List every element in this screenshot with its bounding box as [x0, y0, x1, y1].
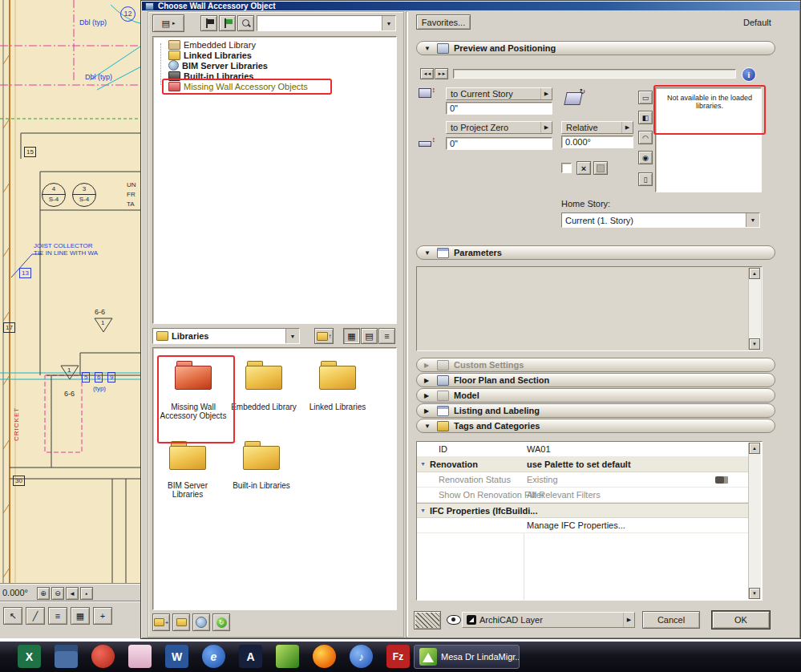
mirror-x-button[interactable]: × [576, 161, 591, 175]
to-project-zero-popup[interactable]: to Project Zero ▶ [446, 121, 552, 134]
tags-scrollbar[interactable]: ▲ ▼ [748, 443, 761, 599]
relative-angle-popup[interactable]: Relative ▶ [561, 121, 633, 134]
excel-icon[interactable]: X [18, 645, 41, 668]
calculator-icon[interactable] [55, 645, 78, 668]
details-view-button[interactable]: ▤ [361, 328, 378, 344]
preview-2d-symbol-button[interactable]: ▭ [638, 91, 653, 104]
chevron-down-icon[interactable]: ▼ [382, 16, 395, 30]
tree-item-missing-wall-accessory-objects[interactable]: Missing Wall Accessory Objects [155, 81, 394, 91]
par-scrollbar[interactable]: ▲ ▼ [748, 268, 761, 350]
zoom-in-button[interactable]: ⊕ [37, 587, 50, 600]
section-model[interactable]: ▶ Model [416, 388, 775, 403]
dashed-tool-icon[interactable]: ≡ [48, 607, 67, 625]
scroll-up-icon[interactable]: ▲ [749, 443, 760, 454]
table-row-manage-ifc-properties[interactable]: Manage IFC Properties... [417, 518, 750, 533]
expand-triangle-icon[interactable]: ▶ [424, 407, 432, 415]
itunes-icon[interactable]: ♪ [350, 645, 373, 668]
bim-server-button[interactable] [192, 613, 210, 631]
cursor-tool-icon[interactable]: ↖ [3, 607, 22, 625]
expand-triangle-icon[interactable]: ▶ [424, 377, 432, 384]
word-icon[interactable]: W [165, 645, 188, 668]
tree-item-bim-server-libraries[interactable]: BIM Server Libraries [155, 60, 394, 71]
collapse-triangle-icon[interactable]: ▼ [424, 423, 432, 430]
line-tool-icon[interactable]: ╱ [26, 607, 45, 625]
quick-layers-button[interactable] [414, 611, 441, 629]
preview-3d-view-button[interactable]: ◉ [638, 151, 653, 164]
story-offset-input[interactable]: 0" [446, 102, 552, 115]
search-button[interactable] [237, 15, 254, 31]
section-tags-and-categories[interactable]: ▼ Tags and Categories [416, 419, 775, 433]
messenger-icon[interactable] [128, 645, 152, 668]
expand-triangle-icon[interactable]: ▶ [424, 392, 432, 399]
to-current-story-popup[interactable]: to Current Story ▶ [446, 87, 552, 100]
autocad-icon[interactable]: A [239, 645, 262, 668]
black-flag-button[interactable] [200, 15, 217, 31]
favorites-button[interactable]: Favorites... [416, 14, 471, 30]
table-row-id[interactable]: IDWA01 [417, 442, 750, 457]
embedded-library-folder-icon[interactable] [245, 361, 282, 390]
tree-item-linked-libraries[interactable]: Linked Libraries [155, 50, 394, 60]
pan-left-button[interactable]: ◄ [66, 587, 79, 600]
table-row-ifc-properties[interactable]: ▼ IFC Properties (IfcBuildi... [417, 503, 750, 518]
list-view-button[interactable]: ≡ [378, 328, 395, 344]
firefox-icon[interactable] [313, 645, 336, 668]
built-in-libraries-folder-icon[interactable] [243, 441, 280, 470]
preview-prev-button[interactable]: ◄◄ [420, 68, 434, 79]
tree-item-embedded-library[interactable]: Embedded Library [155, 39, 394, 50]
filezilla-icon[interactable]: Fz [386, 645, 410, 668]
scroll-handle-button[interactable]: ▪ [80, 587, 93, 600]
table-row-show-on-renovation-filter[interactable]: Show On Renovation FilterAll Relevant Fi… [417, 488, 750, 503]
info-button[interactable]: i [742, 67, 756, 82]
scroll-up-icon[interactable]: ▲ [749, 268, 760, 279]
cad-drawing-area[interactable]: 12 Dbl (typ) Dbl (typ) 15 4S-4 3S-4 UN F… [0, 0, 160, 638]
view-filter-combobox[interactable]: Libraries ▼ [152, 328, 300, 344]
preview-section-view-button[interactable]: ◠ [638, 131, 653, 144]
section-listing-and-labeling[interactable]: ▶ Listing and Labeling [416, 403, 775, 418]
internet-explorer-icon[interactable]: e [202, 645, 225, 668]
mirror-checkbox[interactable] [561, 163, 572, 173]
search-combobox[interactable]: ▼ [257, 15, 396, 31]
large-icons-view-button[interactable]: ▦ [343, 328, 360, 344]
bim-server-libraries-folder-icon[interactable] [169, 441, 206, 470]
layer-selector[interactable]: ArchiCAD Layer ▶ [462, 612, 635, 628]
reload-libraries-button[interactable]: ↻ [212, 613, 230, 631]
scroll-down-icon[interactable]: ▼ [749, 338, 760, 350]
dialog-titlebar[interactable]: Choose Wall Accessory Object [142, 2, 799, 10]
preview-next-button[interactable]: ►► [435, 68, 448, 79]
archicad-icon[interactable] [276, 645, 299, 668]
preview-front-view-button[interactable]: ◧ [638, 111, 653, 124]
tree-view-mode-button[interactable]: ▤ ▸ [152, 14, 184, 32]
folder-browser[interactable]: Missing Wall Accessory Objects Embedded … [152, 347, 397, 610]
table-row-renovation-status[interactable]: Renovation StatusExisting [417, 472, 750, 488]
folder-up-button[interactable]: ↑ [314, 328, 334, 344]
scroll-down-icon[interactable]: ▼ [749, 588, 760, 599]
ok-button[interactable]: OK [712, 611, 770, 629]
green-flag-button[interactable] [219, 15, 236, 31]
add-library-button[interactable]: + [152, 613, 170, 631]
home-story-combobox[interactable]: Current (1. Story) ▼ [561, 213, 760, 228]
cancel-button[interactable]: Cancel [642, 611, 700, 629]
preview-slider-track[interactable] [453, 69, 736, 79]
zoom-out-button[interactable]: ⊖ [51, 587, 64, 600]
collapse-triangle-icon[interactable]: ▼ [424, 45, 432, 52]
media-player-icon[interactable] [91, 645, 115, 668]
section-preview-and-positioning[interactable]: ▼ Preview and Positioning [416, 41, 775, 55]
project-zero-offset-input[interactable]: 0" [446, 137, 552, 150]
grid-tool-icon[interactable]: ▦ [71, 607, 90, 625]
section-floor-plan-and-section[interactable]: ▶ Floor Plan and Section [416, 373, 775, 387]
eye-icon[interactable] [447, 615, 461, 625]
table-row-renovation[interactable]: ▼ Renovationuse Palette to set default [417, 457, 750, 472]
preview-axonometry-button[interactable]: ▯ [638, 172, 653, 186]
missing-wall-accessory-objects-folder-icon[interactable] [175, 361, 212, 390]
crosshair-tool-icon[interactable]: + [93, 607, 112, 625]
angle-input[interactable]: 0.000° [561, 136, 633, 148]
linked-libraries-folder-icon[interactable] [319, 361, 356, 390]
taskbar-window-button[interactable]: Mesa Dr LindaMigr... [414, 645, 520, 669]
library-tree[interactable]: Embedded Library Linked Libraries BIM Se… [152, 36, 397, 324]
link-library-button[interactable] [172, 613, 190, 631]
tags-table[interactable]: IDWA01 ▼ Renovationuse Palette to set de… [416, 441, 763, 601]
section-parameters[interactable]: ▼ Parameters [416, 245, 775, 260]
tree-item-built-in-libraries[interactable]: Built-in Libraries [155, 71, 394, 81]
chevron-down-icon[interactable]: ▼ [285, 329, 299, 343]
chevron-down-icon[interactable]: ▼ [746, 213, 759, 227]
